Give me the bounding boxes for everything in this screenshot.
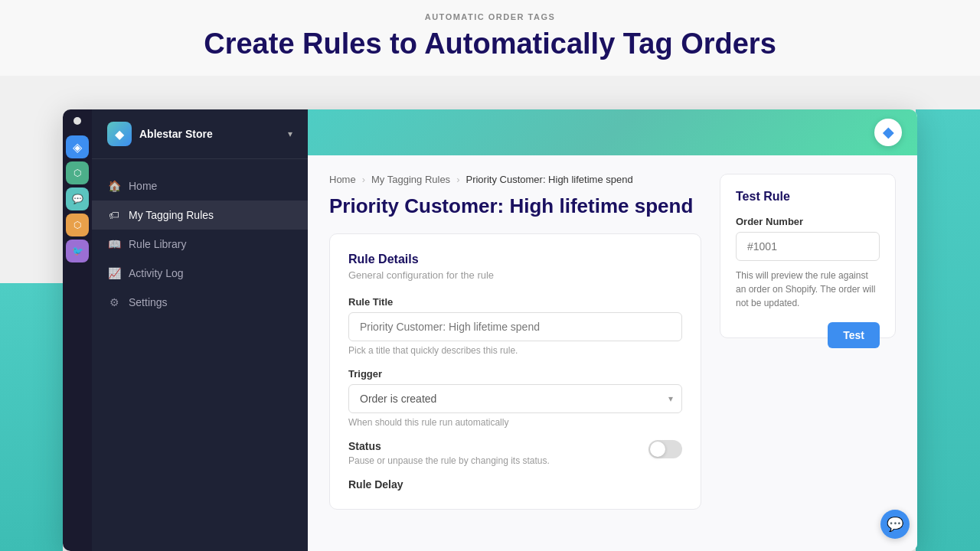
sidebar-item-my-tagging-rules[interactable]: 🏷 My Tagging Rules xyxy=(92,201,308,230)
trigger-label: Trigger xyxy=(348,368,682,380)
orange-icon: ⬡ xyxy=(74,220,81,230)
sidebar-item-activity-log[interactable]: 📈 Activity Log xyxy=(92,259,308,288)
trigger-select-wrapper: Order is created ▾ xyxy=(348,384,682,413)
status-toggle[interactable] xyxy=(648,440,682,458)
trigger-select[interactable]: Order is created xyxy=(348,384,682,413)
app-window: ◈ ⬡ 💬 ⬡ 🐦 ◆ Ablestar Store ▾ 🏠 Home xyxy=(63,109,917,551)
rule-title-input[interactable] xyxy=(348,312,682,341)
green-icon: ⬡ xyxy=(74,168,81,178)
rule-details-card: Rule Details General configuration for t… xyxy=(329,233,701,510)
store-selector[interactable]: ◆ Ablestar Store ▾ xyxy=(92,109,308,159)
breadcrumb-parent[interactable]: My Tagging Rules xyxy=(371,174,450,185)
icon-strip-orange[interactable]: ⬡ xyxy=(66,214,89,236)
tag-icon: 🏷 xyxy=(107,208,121,222)
breadcrumb-current: Priority Customer: High lifetime spend xyxy=(466,174,632,185)
store-name: Ablestar Store xyxy=(139,128,288,140)
breadcrumb: Home › My Tagging Rules › Priority Custo… xyxy=(329,174,701,185)
test-button[interactable]: Test xyxy=(828,322,880,348)
status-row: Status Pause or unpause the rule by chan… xyxy=(348,440,682,466)
sidebar-item-home-label: Home xyxy=(129,180,157,192)
rule-page-title: Priority Customer: High lifetime spend xyxy=(329,194,701,218)
sidebar-item-rule-library-label: Rule Library xyxy=(129,238,186,250)
right-panel: Test Rule Order Number This will preview… xyxy=(720,174,896,533)
icon-strip-teal[interactable]: 💬 xyxy=(66,187,89,210)
content-body: Home › My Tagging Rules › Priority Custo… xyxy=(308,155,917,551)
home-icon: 🏠 xyxy=(107,179,121,193)
rule-delay-label: Rule Delay xyxy=(348,478,682,491)
main-content: ◆ Home › My Tagging Rules › Priority Cus… xyxy=(308,109,917,551)
diamond-icon: ◆ xyxy=(883,124,893,141)
chat-bubble[interactable]: 💬 xyxy=(880,510,910,539)
status-label: Status xyxy=(348,440,550,452)
order-number-label: Order Number xyxy=(736,216,880,227)
toggle-thumb xyxy=(650,442,665,457)
book-icon: 📖 xyxy=(107,237,121,251)
gear-icon: ⚙ xyxy=(107,295,121,309)
purple-icon: 🐦 xyxy=(72,246,83,256)
icon-strip-green[interactable]: ⬡ xyxy=(66,161,89,184)
content-header-bar: ◆ xyxy=(308,109,917,155)
trigger-hint: When should this rule run automatically xyxy=(348,417,682,428)
sidebar: ◆ Ablestar Store ▾ 🏠 Home 🏷 My Tagging R… xyxy=(92,109,308,551)
order-number-input[interactable] xyxy=(736,232,880,261)
sidebar-item-my-tagging-rules-label: My Tagging Rules xyxy=(129,209,214,221)
breadcrumb-sep-1: › xyxy=(362,174,365,185)
icon-strip-apps[interactable]: ◈ xyxy=(66,135,89,158)
window-dot xyxy=(74,117,81,125)
test-rule-card: Test Rule Order Number This will preview… xyxy=(720,174,896,338)
status-hint: Pause or unpause the rule by changing it… xyxy=(348,455,550,466)
sidebar-item-home[interactable]: 🏠 Home xyxy=(92,171,308,201)
page-header: AUTOMATIC ORDER TAGS Create Rules to Aut… xyxy=(0,0,980,76)
sidebar-item-settings-label: Settings xyxy=(129,296,168,308)
header-badge[interactable]: ◆ xyxy=(874,119,902,146)
rule-title-hint: Pick a title that quickly describes this… xyxy=(348,345,682,356)
sidebar-nav: 🏠 Home 🏷 My Tagging Rules 📖 Rule Library… xyxy=(92,159,308,551)
page-title: Create Rules to Automatically Tag Orders xyxy=(0,28,980,60)
test-rule-title: Test Rule xyxy=(736,190,880,204)
store-avatar: ◆ xyxy=(107,122,132,146)
test-hint: This will preview the rule against an or… xyxy=(736,269,880,310)
store-icon: ◆ xyxy=(115,127,124,142)
icon-strip-purple[interactable]: 🐦 xyxy=(66,240,89,262)
teal-bg-right xyxy=(916,109,980,551)
chat-icon: 💬 xyxy=(887,516,903,533)
teal-bg-left xyxy=(0,283,63,551)
sidebar-item-rule-library[interactable]: 📖 Rule Library xyxy=(92,230,308,259)
card-subtitle: General configuration for the rule xyxy=(348,269,682,281)
apps-icon: ◈ xyxy=(73,140,82,155)
chart-icon: 📈 xyxy=(107,266,121,280)
chevron-down-icon: ▾ xyxy=(288,129,292,139)
rule-title-label: Rule Title xyxy=(348,296,682,308)
card-title: Rule Details xyxy=(348,253,682,266)
status-text: Status Pause or unpause the rule by chan… xyxy=(348,440,550,466)
sidebar-item-activity-log-label: Activity Log xyxy=(129,267,184,279)
sidebar-item-settings[interactable]: ⚙ Settings xyxy=(92,288,308,317)
page-subtitle: AUTOMATIC ORDER TAGS xyxy=(0,12,980,21)
breadcrumb-sep-2: › xyxy=(456,174,459,185)
left-column: Home › My Tagging Rules › Priority Custo… xyxy=(329,174,701,533)
icon-strip: ◈ ⬡ 💬 ⬡ 🐦 xyxy=(63,109,92,551)
breadcrumb-home[interactable]: Home xyxy=(329,174,356,185)
teal-icon: 💬 xyxy=(72,194,83,204)
